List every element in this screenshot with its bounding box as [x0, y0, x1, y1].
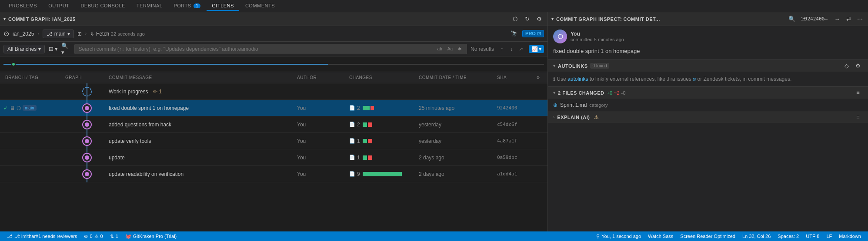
location-icon: ⚲ [596, 234, 600, 239]
status-line-col[interactable]: Ln 32, Col 26 [739, 231, 774, 241]
sync-icon: ⇅ [110, 234, 114, 239]
files-view-toggle-icon[interactable]: ≡ [853, 88, 863, 98]
encoding-text: UTF-8 [806, 234, 819, 239]
graph-cell-4a87a1f [65, 133, 109, 149]
explain-ai-toggle-icon[interactable]: ≡ [853, 112, 863, 122]
commit-author-name: You [571, 31, 863, 37]
commit-row-4a87a1f[interactable]: update verify tools You 📄 1 yesterday 4a… [0, 133, 548, 149]
green-bar-4a87a1f [363, 139, 367, 143]
branch-selector[interactable]: ⎇ main ▾ [43, 30, 74, 38]
status-spaces[interactable]: Spaces: 2 [774, 231, 802, 241]
commit-row-0a59dbc[interactable]: update You 📄 1 2 days ago 0a59dbc [0, 149, 548, 166]
explain-ai-section-header[interactable]: › EXPLAIN (AI) ⚠ ≡ [548, 111, 868, 123]
main-branch-tag[interactable]: main [23, 105, 37, 111]
repo-name[interactable]: ian_2025 [13, 31, 34, 37]
commit-inspect-panel: ▾ COMMIT GRAPH INSPECT: COMMIT DET... 🔍 … [548, 12, 868, 231]
magnify-icon[interactable]: 🔍 [787, 14, 797, 24]
nav-down-icon[interactable]: ↓ [507, 45, 516, 53]
branch-icon: ⎇ [47, 31, 53, 37]
autolinks-prefix-text: Use [557, 76, 568, 82]
col-header-settings[interactable]: ⚙ [536, 75, 548, 80]
status-line-ending[interactable]: LF [823, 231, 835, 241]
line-ending-text: LF [826, 234, 832, 239]
files-changed-section-header[interactable]: ▾ 2 FILES CHANGED +0 ~2 -0 ≡ [548, 86, 868, 99]
commit-sha-c54dc6f: c54dc6f [497, 122, 536, 127]
status-git-branch[interactable]: ⎇ ⎇ imithar#1 needs reviewers [3, 231, 80, 241]
commit-row-wip[interactable]: Work in progress ✏ 1 [0, 83, 548, 100]
location-text: You, 1 second ago [601, 234, 641, 239]
tab-output[interactable]: OUTPUT [43, 1, 74, 11]
tab-gitlens[interactable]: GITLENS [207, 1, 239, 11]
file-item-sprint1[interactable]: ⊕ Sprint 1.md category [548, 99, 868, 111]
commit-author-c54dc6f: You [297, 122, 349, 128]
status-watch-sass[interactable]: Watch Sass [644, 231, 677, 241]
file-icon-4a87a1f: 📄 [349, 138, 355, 144]
autolinks-settings-icon[interactable]: ⚙ [853, 61, 863, 71]
autolinks-section-header[interactable]: ▾ AUTOLINKS 0 found ◇ ⚙ [548, 59, 868, 72]
autolinks-link[interactable]: autolinks [568, 76, 588, 82]
nav-up-icon[interactable]: ↑ [497, 45, 506, 53]
search-regex-icon[interactable]: ✱ [456, 46, 463, 52]
file-icon-c54dc6f: 📄 [349, 122, 355, 127]
commit-row-c54dc6f[interactable]: added questions from hack You 📄 2 yester… [0, 116, 548, 133]
settings-gear-icon[interactable]: ⚙ [534, 14, 544, 24]
right-collapse-chevron[interactable]: ▾ [551, 17, 554, 21]
commit-date-a1dd4a1: 2 days ago [419, 171, 497, 177]
tab-comments[interactable]: COMMENTS [240, 1, 280, 11]
sync-count: 1 [116, 234, 118, 239]
commit-author-a1dd4a1: You [297, 171, 349, 177]
nav-open-icon[interactable]: ↗ [517, 45, 525, 53]
nav-back-icon[interactable]: ← [821, 14, 831, 24]
collapse-chevron[interactable]: ▾ [3, 17, 6, 21]
gitkraken-icon: 🐙 [125, 234, 131, 239]
commit-row-a1dd4a1[interactable]: update readability on verification You 📄… [0, 166, 548, 182]
commit-graph-header: ▾ COMMIT GRAPH: IAN_2025 ⬡ ↻ ⚙ [0, 12, 548, 26]
status-location[interactable]: ⚲ You, 1 second ago [593, 231, 644, 241]
nav-forward-icon[interactable]: → [832, 14, 842, 24]
red-bar [371, 106, 374, 110]
wip-message: Work in progress ✏ 1 [109, 89, 297, 95]
graph-cell-a1dd4a1 [65, 166, 109, 182]
telescope-icon[interactable]: 🔭 [509, 29, 519, 39]
status-screen-reader[interactable]: Screen Reader Optimized [677, 231, 739, 241]
tab-bar: PROBLEMS OUTPUT DEBUG CONSOLE TERMINAL P… [0, 0, 868, 12]
commit-row-9242400[interactable]: ✓ 🖥 ⬡ main fixed double sprint 1 on home… [0, 100, 548, 116]
status-bar: ⎇ ⎇ imithar#1 needs reviewers ⊗ 0 ⚠ 0 ⇅ … [0, 231, 868, 241]
status-encoding[interactable]: UTF-8 [802, 231, 823, 241]
search-mode-icon[interactable]: 🔍 ▾ [61, 44, 71, 54]
jira-link[interactable]: ⎋ [693, 76, 696, 82]
tab-debug-console[interactable]: DEBUG CONSOLE [75, 1, 130, 11]
all-branches-dropdown[interactable]: All Branches ▾ [3, 45, 45, 53]
chart-view-button[interactable]: 📈 ▾ [529, 45, 544, 53]
refresh-icon[interactable]: ↻ [522, 14, 532, 24]
change-bars [363, 106, 374, 110]
commit-search-input[interactable] [78, 46, 434, 52]
commit-changes-0a59dbc: 📄 1 [349, 155, 419, 161]
expand-icon[interactable]: ⬡ [510, 14, 520, 24]
status-errors[interactable]: ⊗ 0 ⚠ 0 [80, 231, 106, 241]
selected-graph-cell [65, 100, 109, 116]
graph-cell-0a59dbc [65, 149, 109, 166]
file-name-sprint1: Sprint 1.md [560, 102, 587, 108]
tab-terminal[interactable]: TERMINAL [131, 1, 168, 11]
file-icon-0a59dbc: 📄 [349, 155, 355, 160]
status-sync[interactable]: ⇅ 1 [107, 231, 122, 241]
commit-changes-9242400: 📄 2 [349, 105, 419, 111]
files-actions: ≡ [853, 88, 863, 98]
tab-problems[interactable]: PROBLEMS [3, 1, 42, 11]
commit-sha-0a59dbc: 0a59dbc [497, 155, 536, 160]
search-case-sensitive[interactable]: ab [436, 46, 444, 52]
commit-changes-a1dd4a1: 📄 9 [349, 171, 419, 177]
search-case-icon[interactable]: Aa [446, 46, 454, 52]
tab-ports[interactable]: PORTS 1 [168, 1, 206, 11]
compare-icon[interactable]: ⇄ [844, 14, 853, 24]
more-options-icon[interactable]: ⋯ [855, 14, 865, 24]
status-language[interactable]: Markdown [835, 231, 865, 241]
commit-detail-section: ⬡ You committed 5 minutes ago fixed doub… [548, 26, 868, 59]
autolinks-mid-text: to linkify external references, like Jir… [590, 76, 693, 82]
filter-icon[interactable]: ⊟ ▾ [48, 44, 58, 54]
status-gitkraken[interactable]: 🐙 GitKraken Pro (Trial) [122, 231, 180, 241]
fetch-button[interactable]: ⇩ Fetch 22 seconds ago [90, 31, 145, 37]
change-bars-a1dd4a1 [363, 172, 402, 176]
autolinks-add-icon[interactable]: ◇ [842, 61, 851, 71]
